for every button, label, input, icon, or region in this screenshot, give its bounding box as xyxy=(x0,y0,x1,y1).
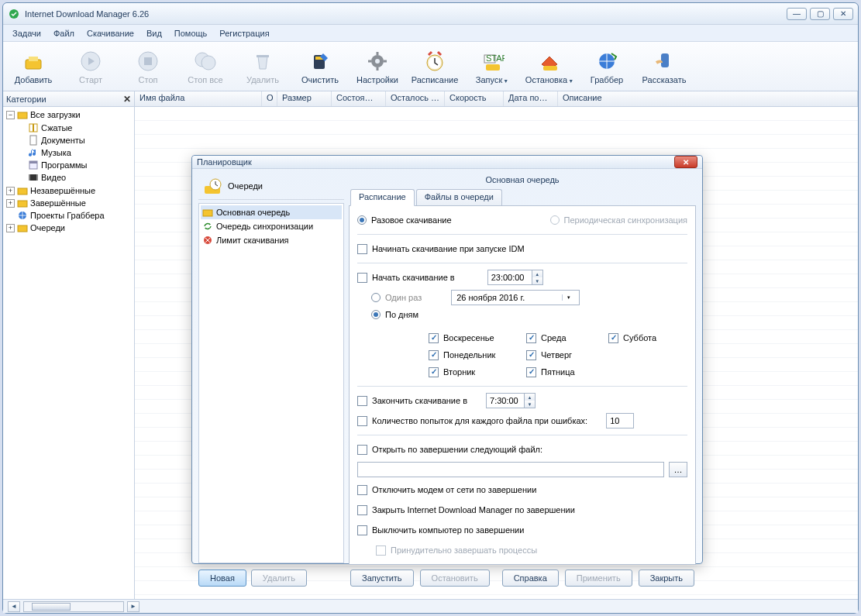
menu-download[interactable]: Скачивание xyxy=(81,27,140,40)
start-time-input[interactable]: ▲▼ xyxy=(487,270,543,285)
tree-grabber-projects[interactable]: Проекты Граббера xyxy=(6,209,133,222)
check-friday[interactable] xyxy=(526,367,536,377)
toolbar: Добавить Старт Стоп Стоп все Удалить Очи… xyxy=(3,42,858,91)
radio-periodic[interactable] xyxy=(550,215,560,225)
svg-rect-21 xyxy=(486,64,500,71)
menu-view[interactable]: Вид xyxy=(140,27,168,40)
col-size[interactable]: Размер xyxy=(277,91,332,106)
tb-delete[interactable]: Удалить xyxy=(236,44,290,89)
col-q[interactable]: О xyxy=(262,91,277,106)
play-icon xyxy=(78,49,103,74)
tree-programs[interactable]: Программы xyxy=(17,159,133,171)
check-thursday[interactable] xyxy=(526,350,536,360)
check-saturday[interactable] xyxy=(608,333,618,343)
check-sunday[interactable] xyxy=(429,333,439,343)
dialog-close-button[interactable]: ✕ xyxy=(674,156,697,168)
queue-list[interactable]: Основная очередь Очередь синхронизации Л… xyxy=(198,203,344,563)
col-speed[interactable]: Скорость xyxy=(445,91,504,106)
col-timeleft[interactable]: Осталось … xyxy=(386,91,445,106)
tab-files[interactable]: Файлы в очереди xyxy=(416,189,502,206)
delete-queue-button[interactable]: Удалить xyxy=(251,570,307,587)
tree-compressed[interactable]: Сжатые xyxy=(17,122,133,134)
tb-tell[interactable]: Рассказать xyxy=(637,44,691,89)
help-button[interactable]: Справка xyxy=(502,570,559,587)
tree-music[interactable]: Музыка xyxy=(17,146,133,159)
check-wednesday[interactable] xyxy=(526,333,536,343)
tb-run[interactable]: STARTЗапуск ▼ xyxy=(465,44,519,89)
tree-finished[interactable]: +Завершённые xyxy=(6,197,133,209)
horizontal-scrollbar[interactable]: ◄ ► xyxy=(3,599,858,613)
menu-tasks[interactable]: Задачи xyxy=(6,27,47,40)
queue-limit[interactable]: Лимит скачивания xyxy=(201,233,342,247)
svg-rect-35 xyxy=(18,201,27,207)
tb-clear[interactable]: Очистить xyxy=(293,44,347,89)
calendar-dropdown-icon[interactable]: ▾ xyxy=(562,294,574,301)
close-button[interactable]: ✕ xyxy=(833,8,853,20)
menu-file[interactable]: Файл xyxy=(47,27,81,40)
tb-grabber[interactable]: Граббер xyxy=(580,44,634,89)
open-file-path-input[interactable] xyxy=(357,462,664,477)
maximize-button[interactable]: ▢ xyxy=(810,8,830,20)
tb-add[interactable]: Добавить xyxy=(6,44,60,89)
queues-header: Очереди xyxy=(228,181,263,191)
col-date[interactable]: Дата по… xyxy=(504,91,558,106)
app-file-icon xyxy=(28,160,39,170)
check-start-on-launch[interactable] xyxy=(357,244,367,254)
check-start-at[interactable] xyxy=(357,273,367,283)
scroll-track[interactable] xyxy=(23,601,124,612)
apply-button[interactable]: Применить xyxy=(565,570,632,587)
retry-count-input[interactable] xyxy=(606,413,634,428)
radio-one-time[interactable] xyxy=(357,215,367,225)
check-open-file[interactable] xyxy=(357,445,367,455)
run-button[interactable]: Запустить xyxy=(350,570,414,587)
tree-documents[interactable]: Документы xyxy=(17,134,133,146)
tree-video[interactable]: Видео xyxy=(17,171,133,184)
check-close-idm[interactable] xyxy=(357,505,367,515)
col-desc[interactable]: Описание xyxy=(558,91,858,106)
radio-once[interactable] xyxy=(371,293,381,302)
tree-all-downloads[interactable]: −Все загрузки xyxy=(6,108,133,121)
folder-icon xyxy=(202,207,213,218)
menu-register[interactable]: Регистрация xyxy=(213,27,275,40)
svg-text:START: START xyxy=(486,53,505,63)
tree-unfinished[interactable]: +Незавершённые xyxy=(6,184,133,197)
scroll-right-icon[interactable]: ► xyxy=(127,601,139,612)
limit-icon xyxy=(202,235,213,246)
tree-queues[interactable]: +Очереди xyxy=(6,222,133,234)
check-monday[interactable] xyxy=(429,350,439,360)
dialog-close-footer-button[interactable]: Закрыть xyxy=(639,570,694,587)
check-tuesday[interactable] xyxy=(429,367,439,377)
tb-halt[interactable]: Остановка ▼ xyxy=(522,44,577,89)
category-tree[interactable]: −Все загрузки Сжатые Документы Музыка Пр… xyxy=(3,107,134,599)
queue-main[interactable]: Основная очередь xyxy=(201,205,342,219)
stop-time-input[interactable]: ▲▼ xyxy=(486,393,536,408)
new-queue-button[interactable]: Новая xyxy=(198,570,246,587)
check-retry[interactable] xyxy=(357,416,367,426)
tab-schedule[interactable]: Расписание xyxy=(350,189,415,206)
check-stop-at[interactable] xyxy=(357,396,367,406)
tb-stop-all[interactable]: Стоп все xyxy=(178,44,232,89)
col-status[interactable]: Состоя… xyxy=(332,91,386,106)
check-force-kill[interactable] xyxy=(376,545,386,556)
queue-sync[interactable]: Очередь синхронизации xyxy=(201,219,342,233)
tb-schedule[interactable]: Расписание xyxy=(408,44,462,89)
sidebar-close-icon[interactable]: ✕ xyxy=(123,94,131,105)
svg-rect-27 xyxy=(33,124,34,132)
col-filename[interactable]: Имя файла xyxy=(135,91,262,106)
check-shutdown[interactable] xyxy=(357,525,367,535)
minimize-button[interactable]: — xyxy=(787,8,807,20)
svg-rect-28 xyxy=(30,136,36,145)
date-picker[interactable]: 26 ноября 2016 г. ▾ xyxy=(451,290,580,305)
scroll-thumb[interactable] xyxy=(32,603,71,611)
stop-button[interactable]: Остановить xyxy=(420,570,490,587)
check-disconnect[interactable] xyxy=(357,485,367,495)
stop-queue-icon xyxy=(537,49,562,74)
tb-settings[interactable]: Настройки xyxy=(350,44,405,89)
radio-by-days[interactable] xyxy=(371,310,381,319)
browse-button[interactable]: … xyxy=(669,462,687,477)
menu-help[interactable]: Помощь xyxy=(168,27,214,40)
tb-stop[interactable]: Стоп xyxy=(121,44,175,89)
folder-open-icon xyxy=(17,109,28,120)
scroll-left-icon[interactable]: ◄ xyxy=(8,601,20,612)
tb-start[interactable]: Старт xyxy=(64,44,118,89)
